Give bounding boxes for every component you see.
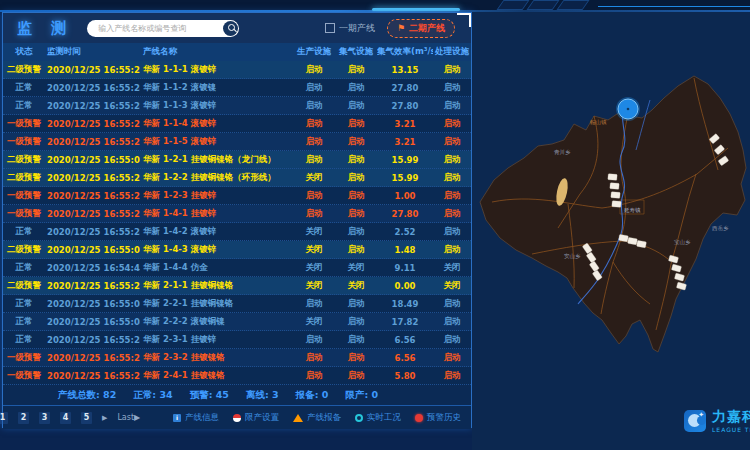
table-row[interactable]: 一级预警2020/12/25 16:55:24华新 2-3-2 挂镀镍铬启动启动… bbox=[3, 349, 471, 367]
district-map[interactable]: 帽山镇青川乡延寿镇安山乡宝山乡西岳乡 bbox=[472, 52, 750, 392]
cell: 启动 bbox=[335, 64, 377, 76]
table-row[interactable]: 二级预警2020/12/25 16:55:24华新 1-1-1 滚镀锌启动启动1… bbox=[3, 61, 471, 79]
table-header: 状态监测时间产线名称生产设施集气设施集气效率(m³/s)处理设施 bbox=[3, 43, 471, 61]
cell: 启动 bbox=[433, 334, 471, 346]
table-row[interactable]: 正常2020/12/25 16:54:44华新 1-4-4 仿金关闭关闭9.11… bbox=[3, 259, 471, 277]
page-button[interactable]: 4 bbox=[60, 412, 71, 424]
town-label: 青川乡 bbox=[554, 149, 571, 155]
cell: 27.80 bbox=[377, 83, 433, 93]
cell: 华新 1-2-3 挂镀锌 bbox=[140, 190, 293, 202]
table-row[interactable]: 正常2020/12/25 16:55:24华新 1-1-2 滚镀镍启动启动27.… bbox=[3, 79, 471, 97]
deco-shape bbox=[496, 0, 529, 10]
table-row[interactable]: 一级预警2020/12/25 16:55:24华新 1-2-3 挂镀锌启动启动1… bbox=[3, 187, 471, 205]
legend-item-limit[interactable]: 限产设置 bbox=[233, 412, 279, 424]
page-button[interactable]: 5 bbox=[81, 412, 92, 424]
cell: 华新 2-1-1 挂镀铜镍铬 bbox=[140, 280, 293, 292]
cell: 启动 bbox=[433, 136, 471, 148]
town-label: 西岳乡 bbox=[712, 225, 729, 232]
table-row[interactable]: 正常2020/12/25 16:55:24华新 1-4-2 滚镀锌关闭启动2.5… bbox=[3, 223, 471, 241]
cell: 华新 2-2-1 挂镀铜镍铬 bbox=[140, 298, 293, 310]
table-row[interactable]: 二级预警2020/12/25 16:55:24华新 2-1-1 挂镀铜镍铬关闭关… bbox=[3, 277, 471, 295]
cell: 正常 bbox=[3, 316, 45, 328]
cell: 关闭 bbox=[335, 262, 377, 274]
brand-subtitle: LEAGUE TE bbox=[712, 426, 750, 433]
page-button[interactable]: 3 bbox=[39, 412, 50, 424]
top-glow-line bbox=[372, 8, 460, 11]
phase1-label: 一期产线 bbox=[339, 22, 375, 35]
cell: 启动 bbox=[293, 190, 335, 202]
column-header: 监测时间 bbox=[45, 46, 140, 58]
cell: 一级预警 bbox=[3, 352, 45, 364]
cell: 2020/12/25 16:55:04 bbox=[45, 299, 140, 309]
table-row[interactable]: 二级预警2020/12/25 16:55:04华新 1-2-1 挂镀铜镍铬（龙门… bbox=[3, 151, 471, 169]
brand-logo: ✦ 力嘉科技 LEAGUE TE bbox=[684, 408, 750, 433]
phase1-checkbox[interactable]: 一期产线 bbox=[325, 22, 375, 35]
table-row[interactable]: 一级预警2020/12/25 16:55:24华新 1-1-5 滚镀锌启动启动3… bbox=[3, 133, 471, 151]
cell: 9.11 bbox=[377, 263, 433, 273]
table-row[interactable]: 正常2020/12/25 16:55:24华新 2-3-1 挂镀锌启动启动6.5… bbox=[3, 331, 471, 349]
phase2-button[interactable]: ⚑ 二期产线 bbox=[387, 19, 455, 38]
page-button[interactable]: 2 bbox=[18, 412, 29, 424]
table-row[interactable]: 二级预警2020/12/25 16:55:04华新 1-4-3 滚镀锌关闭启动1… bbox=[3, 241, 471, 259]
cell: 启动 bbox=[335, 370, 377, 382]
cell: 启动 bbox=[433, 298, 471, 310]
cell: 华新 1-4-3 滚镀锌 bbox=[140, 244, 293, 256]
search-input[interactable] bbox=[96, 23, 220, 34]
legend-item-info[interactable]: i产线信息 bbox=[173, 412, 219, 424]
table-row[interactable]: 正常2020/12/25 16:55:04华新 2-2-2 滚镀铜镍关闭启动17… bbox=[3, 313, 471, 331]
search-box[interactable] bbox=[87, 20, 239, 37]
cell: 二级预警 bbox=[3, 244, 45, 256]
column-header: 集气效率(m³/s) bbox=[377, 46, 433, 58]
cell: 华新 1-1-2 滚镀镍 bbox=[140, 82, 293, 94]
cell: 3.21 bbox=[377, 119, 433, 129]
cell: 启动 bbox=[335, 100, 377, 112]
cell: 2020/12/25 16:55:24 bbox=[45, 101, 140, 111]
summary-bar: 产线总数: 82正常: 34预警: 45离线: 3报备: 0限产: 0 bbox=[3, 385, 471, 405]
cell: 2020/12/25 16:55:24 bbox=[45, 83, 140, 93]
table-row[interactable]: 正常2020/12/25 16:55:24华新 1-1-3 滚镀锌启动启动27.… bbox=[3, 97, 471, 115]
cell: 启动 bbox=[293, 154, 335, 166]
blue-location-marker[interactable] bbox=[616, 97, 640, 121]
table-row[interactable]: 正常2020/12/25 16:55:04华新 2-2-1 挂镀铜镍铬启动启动1… bbox=[3, 295, 471, 313]
cell: 6.56 bbox=[377, 335, 433, 345]
cell: 关闭 bbox=[293, 172, 335, 184]
town-label: 宝山乡 bbox=[674, 239, 691, 245]
cell: 关闭 bbox=[433, 280, 471, 292]
cell: 正常 bbox=[3, 262, 45, 274]
deco-shape bbox=[526, 0, 559, 10]
cell: 2020/12/25 16:55:24 bbox=[45, 191, 140, 201]
logo-spark-glyph: ✦ bbox=[698, 411, 704, 419]
last-page-button[interactable]: Last▶ bbox=[117, 413, 140, 422]
cell: 启动 bbox=[293, 352, 335, 364]
table-body: 二级预警2020/12/25 16:55:24华新 1-1-1 滚镀锌启动启动1… bbox=[3, 61, 471, 385]
cell: 2.52 bbox=[377, 227, 433, 237]
cell: 正常 bbox=[3, 82, 45, 94]
tri-icon bbox=[293, 414, 303, 422]
cell: 华新 1-4-4 仿金 bbox=[140, 262, 293, 274]
legend-item-tri[interactable]: 产线报备 bbox=[293, 412, 341, 424]
cell: 正常 bbox=[3, 298, 45, 310]
cell: 启动 bbox=[335, 226, 377, 238]
table-row[interactable]: 一级预警2020/12/25 16:55:24华新 1-1-4 滚镀锌启动启动3… bbox=[3, 115, 471, 133]
table-row[interactable]: 一级预警2020/12/25 16:55:24华新 1-4-1 挂镀锌启动启动2… bbox=[3, 205, 471, 223]
cell: 启动 bbox=[433, 154, 471, 166]
cell: 启动 bbox=[433, 118, 471, 130]
cell: 启动 bbox=[335, 154, 377, 166]
next-page-button[interactable]: ▶ bbox=[102, 414, 107, 422]
cell: 6.56 bbox=[377, 353, 433, 363]
column-header: 产线名称 bbox=[140, 46, 293, 58]
logo-icon: ✦ bbox=[684, 410, 706, 432]
table-row[interactable]: 一级预警2020/12/25 16:55:24华新 2-4-1 挂镀镍铬启动启动… bbox=[3, 367, 471, 385]
page-title: 监 测 bbox=[17, 19, 73, 38]
legend-item-alert[interactable]: 预警历史 bbox=[415, 412, 461, 424]
cell: 华新 1-1-5 滚镀锌 bbox=[140, 136, 293, 148]
cell: 启动 bbox=[293, 370, 335, 382]
legend-label: 实时工况 bbox=[367, 412, 401, 424]
table-row[interactable]: 二级预警2020/12/25 16:55:24华新 1-2-2 挂镀铜镍铬（环形… bbox=[3, 169, 471, 187]
cell: 关闭 bbox=[293, 280, 335, 292]
search-button[interactable] bbox=[223, 21, 238, 36]
legend-item-gauge[interactable]: 实时工况 bbox=[355, 412, 401, 424]
cell: 正常 bbox=[3, 334, 45, 346]
page-button[interactable]: 1 bbox=[0, 412, 8, 424]
district-outline bbox=[480, 76, 746, 352]
